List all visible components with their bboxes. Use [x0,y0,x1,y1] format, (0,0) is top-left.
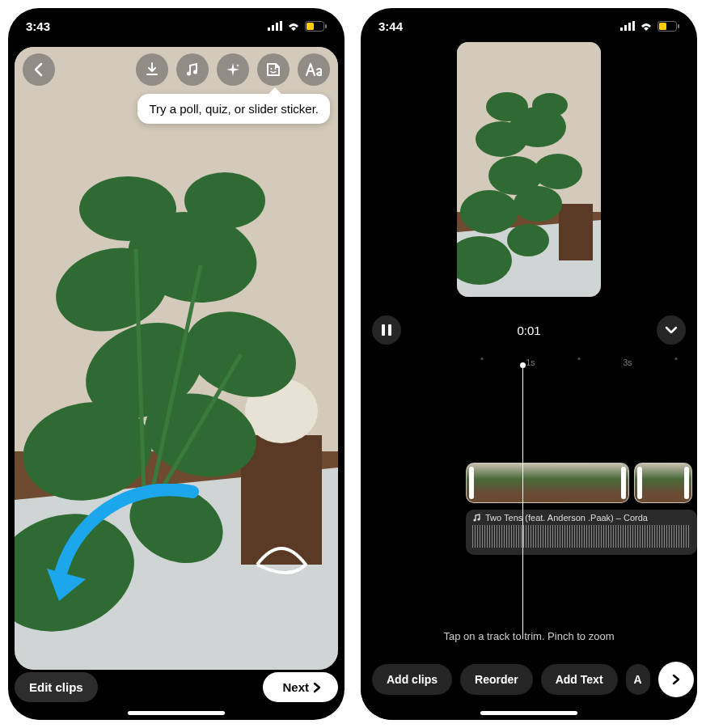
svg-rect-28 [632,21,635,31]
sparkle-icon [225,61,241,78]
status-bar: 3:43 [8,8,345,44]
add-text-button[interactable]: Add Text [541,664,618,695]
download-button[interactable] [136,53,168,86]
video-track[interactable] [466,463,697,502]
svg-rect-2 [276,23,278,31]
music-button[interactable] [176,53,209,86]
timeline-ruler: 1s 3s [361,358,697,377]
back-button[interactable] [23,53,55,86]
effects-button[interactable] [217,53,249,86]
svg-point-38 [534,154,582,189]
story-editor-screen: 3:43 [8,8,345,720]
svg-point-39 [460,190,518,234]
audio-waveform [472,525,691,548]
clip-editor-screen: 3:44 0:01 [361,8,697,720]
add-clips-button[interactable]: Add clips [372,664,452,695]
chevron-down-icon [665,326,678,334]
svg-rect-30 [678,24,679,28]
svg-point-23 [271,68,273,70]
sticker-button[interactable] [257,53,290,86]
text-aa-icon [305,62,323,77]
trim-handle-right[interactable] [621,467,626,499]
battery-icon [305,21,327,32]
more-action-button[interactable]: A [626,664,650,695]
forward-button[interactable] [658,662,694,697]
playback-row: 0:01 [361,315,697,345]
svg-rect-0 [268,28,270,31]
home-indicator[interactable] [128,711,225,715]
cellular-icon [268,21,282,31]
timeline-hint: Tap on a track to trim. Pinch to zoom [361,630,697,642]
svg-rect-45 [382,324,385,336]
svg-rect-3 [280,21,282,31]
download-icon [144,61,160,78]
home-indicator[interactable] [480,711,577,715]
clip-preview[interactable] [457,42,601,297]
edit-clips-button[interactable]: Edit clips [15,672,98,702]
svg-rect-25 [620,28,623,31]
status-icons [620,21,679,32]
bottom-bar: Edit clips Next [15,672,338,702]
status-icons [268,21,327,32]
svg-rect-34 [559,204,593,260]
clip-2[interactable] [634,463,692,503]
action-bar: Add clips Reorder Add Text A [361,662,697,697]
annotation-arrow [31,484,209,613]
next-button[interactable]: Next [263,672,338,702]
svg-point-40 [514,186,562,222]
text-button[interactable] [298,53,330,86]
trim-handle-left[interactable] [469,467,474,499]
battery-icon [657,21,679,32]
plant-photo-small [457,42,601,297]
playhead[interactable] [522,366,523,639]
audio-track[interactable]: Two Tens (feat. Anderson .Paak) – Corda [466,510,697,555]
pause-icon [381,324,392,336]
svg-point-48 [477,518,480,520]
ruler-tick-3s: 3s [623,358,632,367]
music-note-icon [472,514,481,523]
svg-point-47 [473,518,476,521]
svg-point-22 [193,70,197,74]
trim-handle-left[interactable] [637,467,642,499]
svg-point-42 [507,224,549,256]
svg-point-44 [532,93,568,117]
svg-point-20 [184,172,265,229]
svg-rect-26 [624,25,627,31]
playback-time: 0:01 [401,324,657,337]
collapse-button[interactable] [657,315,686,345]
svg-point-19 [79,176,176,241]
svg-rect-6 [306,23,314,30]
next-label: Next [282,680,309,694]
wifi-icon [286,21,301,32]
chevron-left-icon [32,62,46,77]
wifi-icon [639,21,653,32]
sticker-icon [264,61,282,78]
status-time: 3:43 [26,19,50,33]
story-media-preview[interactable]: Try a poll, quiz, or slider sticker. [15,47,338,670]
top-controls [23,53,330,86]
audio-track-title: Two Tens (feat. Anderson .Paak) – Corda [485,513,648,523]
svg-rect-1 [272,25,274,31]
status-bar: 3:44 [361,8,697,44]
timeline[interactable]: 1s 3s Two Tens (feat. Anderson .Paak) – … [361,358,697,720]
svg-point-21 [187,72,191,76]
svg-rect-46 [388,324,391,336]
cellular-icon [620,21,635,31]
music-icon [184,61,201,78]
trim-handle-right[interactable] [684,467,689,499]
svg-point-24 [275,68,277,70]
clip-1[interactable] [466,463,629,503]
status-time: 3:44 [378,19,403,33]
svg-rect-31 [659,23,666,30]
svg-point-43 [486,92,528,121]
svg-rect-27 [628,23,631,31]
ruler-tick-1s: 1s [526,358,535,367]
svg-rect-5 [325,24,327,28]
chevron-right-icon [312,682,322,693]
reorder-button[interactable]: Reorder [460,664,533,695]
chevron-right-icon [671,674,681,685]
sticker-tooltip: Try a poll, quiz, or slider sticker. [137,94,330,124]
pause-button[interactable] [372,315,401,345]
